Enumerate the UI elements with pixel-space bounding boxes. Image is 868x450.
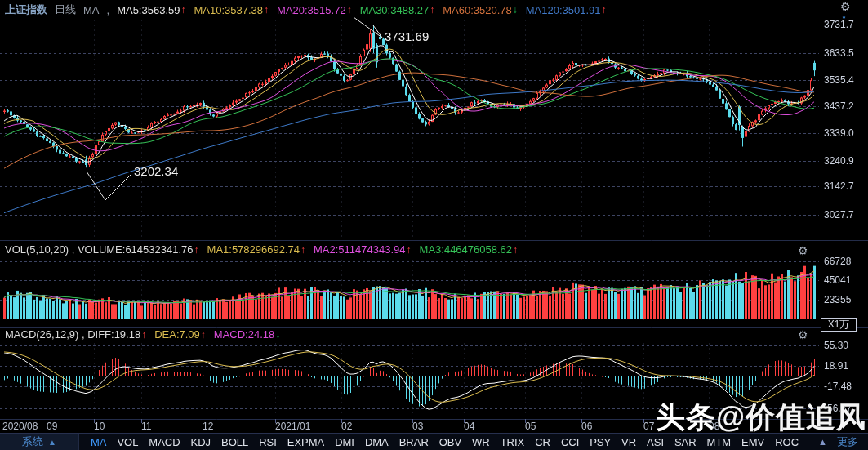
main-chart-header: 上证指数 日线 MA , MA5:3563.59↑MA10:3537.38↑MA… bbox=[5, 2, 607, 17]
volume-axis-label: 45041 bbox=[824, 274, 851, 286]
price-axis-label: 3437.2 bbox=[824, 100, 854, 112]
date-label: 06 bbox=[581, 421, 592, 432]
indicator-name: MA bbox=[83, 4, 100, 16]
symbol-name[interactable]: 上证指数 bbox=[5, 2, 47, 17]
ma-value: MA60:3520.78 bbox=[443, 4, 512, 16]
toolbar-scroll-up-icon[interactable]: ▲ bbox=[818, 437, 827, 447]
toolbar-item-brar[interactable]: BRAR bbox=[399, 436, 429, 448]
ma-value: MA5:3563.59 bbox=[117, 4, 180, 16]
date-label: 11 bbox=[141, 421, 151, 432]
toolbar-item-obv[interactable]: OBV bbox=[439, 436, 461, 448]
ma-segment: MA20:3515.72↑ bbox=[277, 4, 352, 16]
price-annotation: 3731.69 bbox=[385, 29, 429, 43]
macd-axis-label: -17.48 bbox=[824, 381, 852, 392]
vol-segment: MA1:578296692.74↑ bbox=[207, 243, 305, 256]
macd-value: DEA:7.09 bbox=[154, 328, 200, 341]
vol-value: MA1:578296692.74 bbox=[207, 243, 300, 256]
date-label: 04 bbox=[464, 421, 474, 432]
marker-star-icon: * bbox=[842, 13, 846, 24]
date-label: 2021/01 bbox=[275, 421, 310, 432]
macd-axis-label: 55.30 bbox=[824, 340, 848, 351]
toolbar-item-macd[interactable]: MACD bbox=[149, 436, 180, 448]
ma-segment: MA30:3488.27↑ bbox=[360, 4, 435, 16]
vol-value: MA3:446476058.62 bbox=[420, 243, 512, 256]
macd-panel-settings-gear-icon[interactable]: ⚙ bbox=[798, 329, 808, 341]
price-axis-label: 3027.7 bbox=[824, 209, 854, 221]
toolbar-item-vol[interactable]: VOL bbox=[117, 436, 138, 448]
trend-down-arrow-icon: ↓ bbox=[513, 4, 518, 16]
trend-down-arrow-icon: ↓ bbox=[275, 329, 280, 341]
vol-value: MA2:511474343.94 bbox=[314, 243, 406, 256]
date-label: 07 bbox=[643, 421, 654, 432]
volume-axis-label: 23355 bbox=[824, 294, 851, 305]
trend-up-arrow-icon: ↑ bbox=[602, 4, 607, 16]
watermark-brand: 头条 bbox=[656, 400, 716, 434]
toolbar-item-dmi[interactable]: DMI bbox=[335, 436, 354, 448]
toolbar-item-rsi[interactable]: RSI bbox=[259, 436, 277, 448]
trend-up-arrow-icon: ↑ bbox=[194, 244, 199, 256]
date-label: 03 bbox=[412, 421, 423, 432]
macd-values-group: MACD(26,12,9) , DIFF:19.18↑DEA:7.09↑MACD… bbox=[5, 328, 280, 341]
toolbar-item-trix[interactable]: TRIX bbox=[501, 436, 525, 448]
volume-panel-header: VOL(5,10,20) , VOLUME:614532341.76↑MA1:5… bbox=[5, 243, 518, 256]
toolbar-item-ma[interactable]: MA bbox=[91, 436, 107, 448]
toolbar-item-dma[interactable]: DMA bbox=[365, 436, 389, 448]
volume-values-group: VOL(5,10,20) , VOLUME:614532341.76↑MA1:5… bbox=[5, 243, 518, 256]
volume-unit-box: X1万 bbox=[821, 318, 857, 332]
vol-segment: MA2:511474343.94↑ bbox=[314, 243, 412, 256]
toolbar-item-cci[interactable]: CCI bbox=[561, 436, 579, 448]
toolbar-item-boll[interactable]: BOLL bbox=[221, 436, 248, 448]
macd-panel-header: MACD(26,12,9) , DIFF:19.18↑DEA:7.09↑MACD… bbox=[5, 328, 280, 341]
price-volume-macd-chart[interactable] bbox=[0, 0, 868, 450]
date-label: 05 bbox=[525, 421, 536, 432]
ma-segment: MA120:3501.91↑ bbox=[526, 4, 607, 16]
macd-segment: DEA:7.09↑ bbox=[154, 328, 206, 341]
trend-up-arrow-icon: ↑ bbox=[407, 244, 412, 256]
toolbar-item-cr[interactable]: CR bbox=[535, 436, 550, 448]
ma-value: MA30:3488.27 bbox=[360, 4, 430, 16]
price-axis-label: 3142.7 bbox=[824, 180, 854, 192]
ma-segment: MA60:3520.78↓ bbox=[443, 4, 518, 16]
system-menu-label: 系统 bbox=[22, 434, 43, 449]
stock-trading-app: 上证指数 日线 MA , MA5:3563.59↑MA10:3537.38↑MA… bbox=[0, 0, 868, 450]
macd-value: MACD(26,12,9) , DIFF:19.18 bbox=[5, 328, 140, 341]
trend-up-arrow-icon: ↑ bbox=[300, 244, 305, 256]
price-axis-label: 3535.4 bbox=[824, 74, 854, 86]
price-axis-label: 3339.0 bbox=[824, 127, 854, 139]
date-label: 02 bbox=[341, 421, 352, 432]
toolbar-item-expma[interactable]: EXPMA bbox=[287, 436, 325, 448]
trend-up-arrow-icon: ↑ bbox=[347, 4, 352, 16]
main-chart-settings-gear-icon[interactable]: ⚙ bbox=[840, 1, 851, 12]
trend-up-arrow-icon: ↑ bbox=[201, 329, 206, 341]
toolbar-item-vr[interactable]: VR bbox=[621, 436, 636, 448]
macd-axis-label: 18.91 bbox=[824, 360, 848, 372]
trend-up-arrow-icon: ↑ bbox=[180, 4, 185, 16]
watermark: 头条@价值追风 bbox=[656, 398, 866, 438]
ma-segment: MA5:3563.59↑ bbox=[117, 4, 185, 16]
system-menu-arrow-icon: ▲ bbox=[48, 438, 56, 447]
volume-panel-settings-gear-icon[interactable]: ⚙ bbox=[798, 245, 808, 256]
toolbar-item-psy[interactable]: PSY bbox=[590, 436, 611, 448]
ma-segment: MA10:3537.38↑ bbox=[194, 4, 269, 16]
volume-axis-label: 66728 bbox=[824, 256, 851, 267]
date-label: 09 bbox=[47, 421, 57, 432]
macd-value: MACD:24.18 bbox=[214, 328, 274, 341]
toolbar-item-kdj[interactable]: KDJ bbox=[191, 436, 211, 448]
price-axis-label: 3240.9 bbox=[824, 155, 854, 167]
toolbar-item-wr[interactable]: WR bbox=[472, 436, 490, 448]
macd-segment: MACD:24.18↓ bbox=[214, 328, 280, 341]
date-label: 2020/08 bbox=[2, 421, 38, 432]
trend-up-arrow-icon: ↑ bbox=[141, 329, 146, 341]
trend-up-arrow-icon: ↑ bbox=[264, 4, 269, 16]
ma-value: MA10:3537.38 bbox=[194, 4, 263, 16]
price-axis-label: 3731.7 bbox=[824, 19, 854, 30]
macd-segment: MACD(26,12,9) , DIFF:19.18↑ bbox=[5, 328, 146, 341]
ma-value: MA120:3501.91 bbox=[526, 4, 601, 16]
price-axis-label: 3633.5 bbox=[824, 47, 854, 59]
date-label: 12 bbox=[203, 421, 213, 432]
ma-values-group: MA5:3563.59↑MA10:3537.38↑MA20:3515.72↑MA… bbox=[117, 4, 606, 16]
vol-value: VOL(5,10,20) , VOLUME:614532341.76 bbox=[5, 243, 194, 256]
system-menu-button[interactable]: 系统 ▲ bbox=[0, 434, 79, 450]
period-label[interactable]: 日线 bbox=[55, 2, 76, 17]
ma-value: MA20:3515.72 bbox=[277, 4, 346, 16]
